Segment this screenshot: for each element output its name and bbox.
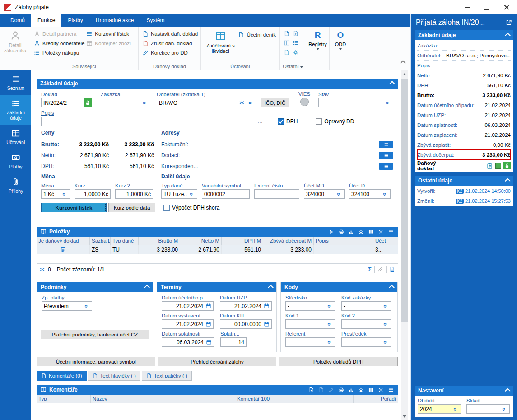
doklad-label[interactable]: Doklad <box>41 92 94 97</box>
kurzovni-listek-button[interactable]: Kurzovní lístek <box>41 203 107 212</box>
tab-komentare[interactable]: Komentáře (0) <box>37 371 87 381</box>
column-header[interactable]: Pořadí <box>354 395 398 403</box>
stredisko-label[interactable]: Středisko <box>285 295 335 300</box>
sidebar-item-seznam[interactable]: Seznam <box>0 70 31 95</box>
calendar-icon[interactable] <box>205 321 211 327</box>
open-external-icon[interactable] <box>506 19 512 26</box>
zakazka-label[interactable]: Zakázka <box>101 92 150 97</box>
address-edit-button[interactable] <box>379 152 393 159</box>
korekce-pro-dd-item[interactable]: Korekce pro DD <box>141 48 198 57</box>
column-header[interactable]: Komentář 100 <box>235 395 354 403</box>
collapse-chevron-icon[interactable] <box>389 285 395 290</box>
calendar-icon[interactable] <box>264 303 270 309</box>
calendar-icon[interactable] <box>264 321 270 327</box>
odd-button[interactable]: O ODD <box>332 29 349 50</box>
dropdown-button[interactable]: » <box>381 190 388 198</box>
polozky-dokladu-dph-button[interactable]: Položky dokladů DPH <box>279 357 398 366</box>
ribbon-tab-system[interactable]: Systém <box>140 14 171 27</box>
ico-dic-button[interactable]: IČO, DIČ <box>261 98 289 107</box>
kurz2-label[interactable]: Kurz 2 <box>115 183 153 188</box>
splatnost-label[interactable]: Splatn... <box>220 331 247 336</box>
zrusit-dan-doklad-item[interactable]: Zrušit daň. doklad <box>141 38 198 48</box>
collapse-chevron-icon[interactable] <box>268 285 274 290</box>
datum-vystaveni-input[interactable]: 21.02.2024 <box>162 319 214 329</box>
kod-zakazky-input[interactable]: -» <box>341 301 391 311</box>
prehled-cerpani-button[interactable]: Přehled čerpání zálohy <box>158 357 277 366</box>
dropdown-button[interactable]: » <box>500 405 508 413</box>
columns-icon[interactable] <box>368 387 374 393</box>
column-header[interactable]: Popis <box>314 237 373 245</box>
kurz-input[interactable]: 1,0000 Kč <box>75 189 111 199</box>
datum-ucetniho-label[interactable]: Datum účetního p... <box>162 295 214 300</box>
stredisko-input[interactable]: -» <box>285 301 335 311</box>
collapse-chevron-icon[interactable] <box>505 388 511 394</box>
dropdown-button[interactable]: » <box>382 302 389 310</box>
chart-icon[interactable] <box>348 387 354 393</box>
chart-icon[interactable] <box>348 229 354 235</box>
zakazka-input[interactable]: » <box>101 98 150 107</box>
column-header[interactable]: Název <box>91 395 235 403</box>
collapse-chevron-icon[interactable] <box>389 81 395 87</box>
relations-icon[interactable] <box>239 100 245 106</box>
ucet-d-label[interactable]: Účet D <box>349 183 391 188</box>
dropdown-button[interactable]: » <box>384 99 391 107</box>
externi-cislo-input[interactable] <box>254 189 299 199</box>
typ-dane-label[interactable]: Typ daně <box>161 183 197 188</box>
zp-platby-label[interactable]: Zp. platby <box>42 295 148 300</box>
platebni-podminky-button[interactable]: Platební podmínky, bankovní účet CZ <box>41 330 149 339</box>
collapse-chevron-icon[interactable] <box>144 285 150 290</box>
referent-label[interactable]: Referent <box>285 331 335 336</box>
scroll-down-button[interactable] <box>401 413 408 420</box>
popis-input[interactable]: … <box>41 117 265 126</box>
dropdown-button[interactable]: » <box>141 99 148 107</box>
grid-menu-icon[interactable] <box>388 229 394 235</box>
ribbon-tab-funkce[interactable]: Funkce <box>31 14 61 27</box>
variabilni-symbol-label[interactable]: Variabilní symbol <box>202 183 250 188</box>
ucetni-denik-item[interactable]: Účetní deník <box>237 30 277 39</box>
freeze-icon[interactable] <box>39 266 45 272</box>
sklad-input[interactable]: » <box>466 404 510 414</box>
kurz-label[interactable]: Kurz <box>75 183 111 188</box>
column-header[interactable]: Je daňový doklad <box>37 237 90 245</box>
prostredek-label[interactable]: Prostředek <box>341 331 391 336</box>
typ-dane-input[interactable]: TU Tuze...» <box>161 189 197 199</box>
misc-icon-6[interactable] <box>293 49 299 56</box>
kurzovni-listek-item[interactable]: Kurzovní lístek <box>85 29 135 38</box>
new-comment-icon[interactable] <box>308 387 314 393</box>
ribbon-tab-hromadne-akce[interactable]: Hromadné akce <box>89 14 140 27</box>
tab-text-hlavicky[interactable]: Text hlavičky ( ) <box>88 371 140 381</box>
dropdown-button[interactable]: » <box>247 99 254 107</box>
dropdown-button[interactable]: » <box>335 190 342 198</box>
zauctovani-s-likvidaci-button[interactable]: Zaúčtování s likvidací <box>204 29 237 54</box>
gear-icon[interactable] <box>378 229 384 235</box>
sidebar-item-zakladni-udaje[interactable]: Základní údaje <box>0 95 31 125</box>
column-header[interactable]: Zbývá dočerpat M <box>263 237 314 245</box>
calendar-icon[interactable] <box>206 339 212 345</box>
stav-label[interactable]: Stav <box>318 92 393 97</box>
doklad-input[interactable]: IN/2024/2 <box>41 98 94 107</box>
columns-icon[interactable] <box>368 229 374 235</box>
ellipsis-icon[interactable]: … <box>257 118 263 125</box>
sum-icon[interactable]: Σ <box>368 266 372 273</box>
mena-input[interactable]: 1 Kč» <box>41 189 70 199</box>
print-icon[interactable] <box>338 229 344 235</box>
odberatel-input[interactable]: BRAVO » <box>157 98 256 107</box>
kod2-input[interactable]: » <box>341 319 391 329</box>
column-header[interactable]: Sazba D <box>90 237 111 245</box>
datum-splatnosti-input[interactable]: 06.03.2024 <box>162 337 214 347</box>
ucet-md-label[interactable]: Účet MD <box>304 183 345 188</box>
datum-vystaveni-label[interactable]: Datum vystavení <box>162 313 214 318</box>
dropdown-button[interactable]: » <box>61 190 68 198</box>
collapse-chevron-icon[interactable] <box>505 178 511 184</box>
dropdown-button[interactable]: » <box>188 190 195 198</box>
kod1-label[interactable]: Kód 1 <box>285 313 335 318</box>
column-header[interactable]: Účet <box>373 237 398 245</box>
column-header[interactable]: Typ <box>37 395 91 403</box>
polozky-nakupu-item[interactable]: Položky nákupu <box>33 48 85 57</box>
dropdown-button[interactable]: » <box>326 320 333 328</box>
play-icon[interactable] <box>328 229 334 235</box>
kredity-odberatele-item[interactable]: Kredity odběratele <box>33 38 85 48</box>
kod2-label[interactable]: Kód 2 <box>341 313 391 318</box>
minimize-button[interactable] <box>457 0 477 14</box>
sidebar-item-platby[interactable]: Platby <box>0 149 31 173</box>
